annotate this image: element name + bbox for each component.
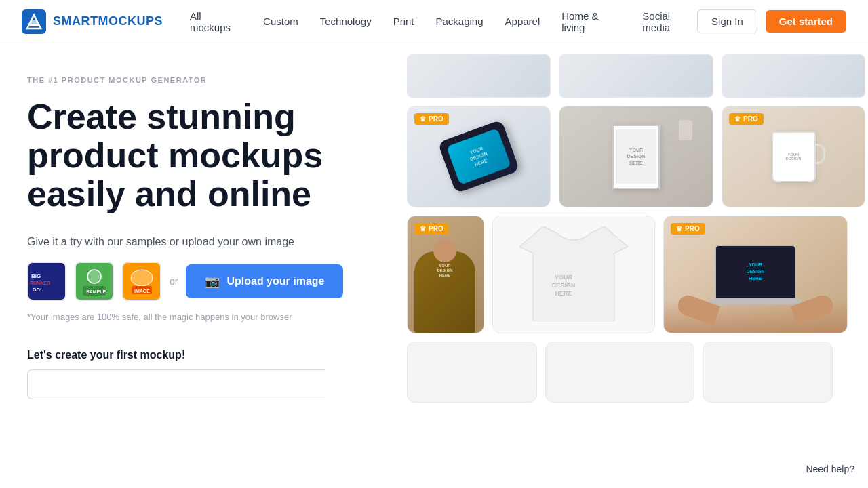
poster-mockup-visual: YOUR DESIGN HERE <box>559 106 713 207</box>
signin-button[interactable]: Sign In <box>697 9 757 33</box>
partial-bottom-3[interactable] <box>703 342 833 403</box>
svg-text:RUNNER: RUNNER <box>30 281 50 285</box>
nav-links: All mockups Custom Technology Print Pack… <box>190 10 697 33</box>
sample-row: BIG RUNNER GO! SAMPLE IMAGE <box>27 262 366 301</box>
poster-frame: YOUR DESIGN HERE <box>612 125 660 189</box>
mockup-card-phone[interactable]: ♛ PRO YOUR DESIGN HERE <box>407 106 551 207</box>
svg-text:BIG: BIG <box>31 273 41 279</box>
mockup-card-flat-tshirt[interactable]: YOUR DESIGN HERE <box>492 216 655 333</box>
tshirt-svg: YOUR DESIGN HERE <box>519 226 628 321</box>
laptop-screen-area: YOUR DESIGN HERE <box>716 246 795 298</box>
pro-badge-mug: ♛ PRO <box>729 113 764 125</box>
partial-card-top-1[interactable] <box>407 54 551 98</box>
phone-screen-text: YOUR DESIGN HERE <box>467 145 491 169</box>
pro-badge-laptop: ♛ PRO <box>671 223 705 235</box>
sample-thumb-1[interactable]: BIG RUNNER GO! <box>27 262 66 301</box>
hero-subtext: Give it a try with our samples or upload… <box>27 236 366 248</box>
crown-icon-person: ♛ <box>420 225 426 232</box>
crown-icon: ♛ <box>420 115 426 123</box>
nav-apparel[interactable]: Apparel <box>505 16 540 27</box>
laptop-text: YOUR DESIGN HERE <box>747 262 765 281</box>
crown-icon-laptop: ♛ <box>676 225 682 232</box>
partial-card-top-3[interactable] <box>722 54 865 98</box>
mug-handle <box>814 144 825 164</box>
nav-packaging[interactable]: Packaging <box>435 16 483 27</box>
pro-badge-person: ♛ PRO <box>414 223 449 235</box>
nav-home-living[interactable]: Home & living <box>561 10 620 33</box>
or-text: or <box>170 276 178 287</box>
svg-point-13 <box>131 270 153 286</box>
sample-thumb-1-image: BIG RUNNER GO! <box>28 263 65 300</box>
mug-shape: YOURDESIGN <box>772 131 816 182</box>
partial-card-top-2[interactable] <box>559 54 713 98</box>
phone-screen: YOUR DESIGN HERE <box>446 128 511 185</box>
person-head <box>433 239 456 262</box>
safe-note: *Your images are 100% safe, all the magi… <box>27 312 366 322</box>
laptop-shape: YOUR DESIGN HERE <box>715 245 796 299</box>
cta-input[interactable] <box>27 369 326 399</box>
sample-thumb-2[interactable]: SAMPLE <box>75 262 114 301</box>
nav-print[interactable]: Print <box>393 16 414 27</box>
svg-rect-3 <box>29 24 39 26</box>
nav-social-media[interactable]: Social media <box>642 10 697 33</box>
pro-label-laptop: PRO <box>685 225 700 232</box>
mockup-card-poster[interactable]: YOUR DESIGN HERE <box>559 106 713 207</box>
left-panel: THE #1 PRODUCT MOCKUP GENERATOR Create s… <box>0 43 393 488</box>
navbar: SMARTMOCKUPS All mockups Custom Technolo… <box>0 0 868 43</box>
sample-thumb-3[interactable]: IMAGE <box>122 262 161 301</box>
top-partial-row <box>404 54 868 98</box>
flat-tshirt-visual: YOUR DESIGN HERE <box>493 216 654 331</box>
svg-point-9 <box>87 270 101 283</box>
nav-custom[interactable]: Custom <box>263 16 298 27</box>
nav-technology[interactable]: Technology <box>320 16 372 27</box>
svg-text:HERE: HERE <box>555 290 572 297</box>
logo-icon <box>22 9 46 34</box>
brand-name: SMARTMOCKUPS <box>53 14 163 28</box>
upload-icon: 📷 <box>205 274 220 289</box>
phone-shape: YOUR DESIGN HERE <box>437 119 519 193</box>
svg-text:DESIGN: DESIGN <box>552 282 576 289</box>
sample-thumb-2-image: SAMPLE <box>76 263 113 300</box>
nav-all-mockups[interactable]: All mockups <box>190 10 241 33</box>
poster-decoration <box>679 120 692 140</box>
pro-label-mug: PRO <box>743 115 758 123</box>
mockup-card-mug[interactable]: ♛ PRO YOURDESIGN <box>722 106 865 207</box>
partial-bottom-1[interactable] <box>407 342 537 403</box>
upload-button[interactable]: 📷 Upload your image <box>186 264 343 298</box>
eyebrow-text: THE #1 PRODUCT MOCKUP GENERATOR <box>27 76 366 84</box>
poster-inner: YOUR DESIGN HERE <box>616 129 656 184</box>
mockup-card-person-tshirt[interactable]: ♛ PRO YOURDESIGNHERE <box>407 216 484 333</box>
upload-button-label: Upload your image <box>226 275 324 287</box>
poster-decoration-2 <box>668 134 679 147</box>
need-help-text[interactable]: Need help? <box>806 464 854 474</box>
svg-text:GO!: GO! <box>33 287 41 292</box>
main-container: THE #1 PRODUCT MOCKUP GENERATOR Create s… <box>0 43 868 488</box>
cta-label: Let's create your first mockup! <box>27 349 366 361</box>
mug-text: YOURDESIGN <box>785 152 801 161</box>
cta-bar <box>27 369 366 399</box>
pro-label-person: PRO <box>429 225 443 232</box>
poster-text: YOUR DESIGN HERE <box>627 147 646 165</box>
hero-headline: Create stunning product mockups easily a… <box>27 98 366 214</box>
cta-section: Let's create your first mockup! <box>27 349 366 399</box>
svg-text:IMAGE: IMAGE <box>134 289 150 293</box>
person-tshirt-text: YOURDESIGNHERE <box>437 264 452 279</box>
svg-text:SAMPLE: SAMPLE <box>86 289 106 294</box>
mockup-row-3 <box>404 342 868 403</box>
pro-label-phone: PRO <box>429 115 443 123</box>
mockup-row-2: ♛ PRO YOURDESIGNHERE YOUR <box>404 216 868 333</box>
logo-link[interactable]: SMARTMOCKUPS <box>22 9 163 34</box>
svg-text:YOUR: YOUR <box>555 274 573 281</box>
mockup-row-1: ♛ PRO YOUR DESIGN HERE YOUR DESI <box>404 106 868 207</box>
right-panel: ♛ PRO YOUR DESIGN HERE YOUR DESI <box>393 43 868 488</box>
partial-bottom-2[interactable] <box>545 342 694 403</box>
getstarted-button[interactable]: Get started <box>766 10 846 33</box>
mockup-card-laptop[interactable]: ♛ PRO YOUR DESIGN HERE <box>663 216 848 333</box>
sample-thumb-3-image: IMAGE <box>123 263 160 300</box>
person-body: YOURDESIGNHERE <box>414 251 475 333</box>
pro-badge-phone: ♛ PRO <box>414 113 449 125</box>
crown-icon-mug: ♛ <box>734 115 741 123</box>
nav-actions: Sign In Get started <box>697 9 846 33</box>
